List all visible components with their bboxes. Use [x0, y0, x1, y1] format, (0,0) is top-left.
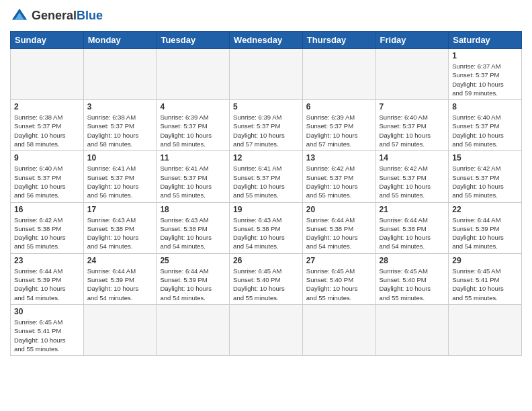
- day-number: 18: [160, 205, 226, 214]
- day-number: 27: [306, 256, 372, 265]
- calendar-cell: 27Sunrise: 6:45 AM Sunset: 5:40 PM Dayli…: [302, 253, 375, 304]
- weekday-header-row: SundayMondayTuesdayWednesdayThursdayFrid…: [11, 32, 522, 49]
- calendar-cell: [157, 49, 230, 100]
- calendar-cell: 13Sunrise: 6:42 AM Sunset: 5:37 PM Dayli…: [302, 151, 375, 202]
- calendar-cell: [230, 304, 303, 355]
- weekday-header-monday: Monday: [83, 32, 157, 49]
- calendar-cell: 16Sunrise: 6:42 AM Sunset: 5:38 PM Dayli…: [11, 202, 84, 253]
- week-row-4: 16Sunrise: 6:42 AM Sunset: 5:38 PM Dayli…: [11, 202, 522, 253]
- calendar-cell: [302, 304, 375, 355]
- day-info: Sunrise: 6:39 AM Sunset: 5:37 PM Dayligh…: [233, 113, 299, 148]
- day-number: 10: [87, 153, 153, 163]
- calendar-cell: 1Sunrise: 6:37 AM Sunset: 5:37 PM Daylig…: [449, 49, 522, 100]
- day-number: 13: [306, 153, 372, 163]
- calendar-cell: 14Sunrise: 6:42 AM Sunset: 5:37 PM Dayli…: [375, 151, 449, 202]
- logo: GeneralBlue: [10, 7, 103, 26]
- calendar-cell: 2Sunrise: 6:38 AM Sunset: 5:37 PM Daylig…: [11, 100, 84, 151]
- day-number: 19: [233, 205, 299, 214]
- day-number: 17: [87, 205, 153, 214]
- week-row-3: 9Sunrise: 6:40 AM Sunset: 5:37 PM Daylig…: [11, 151, 522, 202]
- day-number: 6: [306, 102, 372, 111]
- day-info: Sunrise: 6:41 AM Sunset: 5:37 PM Dayligh…: [233, 164, 299, 199]
- calendar-cell: 29Sunrise: 6:45 AM Sunset: 5:41 PM Dayli…: [449, 253, 522, 304]
- calendar-cell: 20Sunrise: 6:44 AM Sunset: 5:38 PM Dayli…: [302, 202, 375, 253]
- weekday-header-friday: Friday: [375, 32, 449, 49]
- calendar-cell: 4Sunrise: 6:39 AM Sunset: 5:37 PM Daylig…: [157, 100, 230, 151]
- day-info: Sunrise: 6:41 AM Sunset: 5:37 PM Dayligh…: [160, 164, 226, 199]
- calendar-cell: 30Sunrise: 6:45 AM Sunset: 5:41 PM Dayli…: [11, 304, 84, 355]
- day-info: Sunrise: 6:44 AM Sunset: 5:38 PM Dayligh…: [306, 216, 372, 251]
- logo-blue: Blue: [77, 9, 103, 22]
- calendar-cell: 19Sunrise: 6:43 AM Sunset: 5:38 PM Dayli…: [230, 202, 303, 253]
- calendar-cell: 24Sunrise: 6:44 AM Sunset: 5:39 PM Dayli…: [83, 253, 157, 304]
- day-number: 4: [160, 102, 226, 111]
- calendar-cell: [230, 49, 303, 100]
- calendar-cell: 25Sunrise: 6:44 AM Sunset: 5:39 PM Dayli…: [157, 253, 230, 304]
- week-row-6: 30Sunrise: 6:45 AM Sunset: 5:41 PM Dayli…: [11, 304, 522, 355]
- logo-icon: [10, 7, 29, 26]
- day-number: 24: [87, 256, 153, 265]
- calendar-cell: 18Sunrise: 6:43 AM Sunset: 5:38 PM Dayli…: [157, 202, 230, 253]
- week-row-5: 23Sunrise: 6:44 AM Sunset: 5:39 PM Dayli…: [11, 253, 522, 304]
- day-number: 1: [452, 51, 518, 60]
- day-info: Sunrise: 6:44 AM Sunset: 5:39 PM Dayligh…: [160, 267, 226, 302]
- day-number: 11: [160, 153, 226, 163]
- calendar-cell: 6Sunrise: 6:39 AM Sunset: 5:37 PM Daylig…: [302, 100, 375, 151]
- calendar-cell: 23Sunrise: 6:44 AM Sunset: 5:39 PM Dayli…: [11, 253, 84, 304]
- day-number: 15: [452, 153, 518, 163]
- week-row-2: 2Sunrise: 6:38 AM Sunset: 5:37 PM Daylig…: [11, 100, 522, 151]
- weekday-header-thursday: Thursday: [302, 32, 375, 49]
- day-number: 16: [14, 205, 80, 214]
- day-number: 30: [14, 307, 80, 316]
- day-number: 2: [14, 102, 80, 111]
- weekday-header-wednesday: Wednesday: [230, 32, 303, 49]
- day-info: Sunrise: 6:44 AM Sunset: 5:39 PM Dayligh…: [87, 267, 153, 302]
- day-info: Sunrise: 6:42 AM Sunset: 5:38 PM Dayligh…: [14, 216, 80, 251]
- day-info: Sunrise: 6:45 AM Sunset: 5:40 PM Dayligh…: [306, 267, 372, 302]
- day-info: Sunrise: 6:45 AM Sunset: 5:40 PM Dayligh…: [233, 267, 299, 302]
- logo-general: General: [32, 9, 77, 22]
- calendar-cell: [11, 49, 84, 100]
- day-info: Sunrise: 6:43 AM Sunset: 5:38 PM Dayligh…: [233, 216, 299, 251]
- day-info: Sunrise: 6:40 AM Sunset: 5:37 PM Dayligh…: [14, 164, 80, 199]
- week-row-1: 1Sunrise: 6:37 AM Sunset: 5:37 PM Daylig…: [11, 49, 522, 100]
- day-info: Sunrise: 6:43 AM Sunset: 5:38 PM Dayligh…: [160, 216, 226, 251]
- calendar-cell: [83, 49, 157, 100]
- day-info: Sunrise: 6:37 AM Sunset: 5:37 PM Dayligh…: [452, 62, 518, 97]
- calendar-cell: [449, 304, 522, 355]
- calendar-cell: [302, 49, 375, 100]
- day-number: 20: [306, 205, 372, 214]
- day-info: Sunrise: 6:40 AM Sunset: 5:37 PM Dayligh…: [380, 113, 445, 148]
- day-number: 25: [160, 256, 226, 265]
- weekday-header-tuesday: Tuesday: [157, 32, 230, 49]
- day-info: Sunrise: 6:40 AM Sunset: 5:37 PM Dayligh…: [452, 113, 518, 148]
- day-info: Sunrise: 6:45 AM Sunset: 5:41 PM Dayligh…: [452, 267, 518, 302]
- day-info: Sunrise: 6:44 AM Sunset: 5:39 PM Dayligh…: [14, 267, 80, 302]
- day-info: Sunrise: 6:42 AM Sunset: 5:37 PM Dayligh…: [380, 164, 445, 199]
- day-info: Sunrise: 6:41 AM Sunset: 5:37 PM Dayligh…: [87, 164, 153, 199]
- day-number: 28: [380, 256, 445, 265]
- day-info: Sunrise: 6:39 AM Sunset: 5:37 PM Dayligh…: [306, 113, 372, 148]
- calendar-cell: 7Sunrise: 6:40 AM Sunset: 5:37 PM Daylig…: [375, 100, 449, 151]
- calendar-cell: 12Sunrise: 6:41 AM Sunset: 5:37 PM Dayli…: [230, 151, 303, 202]
- day-number: 8: [452, 102, 518, 111]
- day-number: 22: [452, 205, 518, 214]
- calendar-cell: [375, 304, 449, 355]
- day-number: 26: [233, 256, 299, 265]
- calendar-cell: 5Sunrise: 6:39 AM Sunset: 5:37 PM Daylig…: [230, 100, 303, 151]
- calendar-cell: 10Sunrise: 6:41 AM Sunset: 5:37 PM Dayli…: [83, 151, 157, 202]
- day-info: Sunrise: 6:45 AM Sunset: 5:40 PM Dayligh…: [380, 267, 445, 302]
- day-number: 29: [452, 256, 518, 265]
- calendar-cell: [83, 304, 157, 355]
- day-info: Sunrise: 6:38 AM Sunset: 5:37 PM Dayligh…: [87, 113, 153, 148]
- calendar-cell: [157, 304, 230, 355]
- calendar-cell: 3Sunrise: 6:38 AM Sunset: 5:37 PM Daylig…: [83, 100, 157, 151]
- day-info: Sunrise: 6:39 AM Sunset: 5:37 PM Dayligh…: [160, 113, 226, 148]
- day-number: 3: [87, 102, 153, 111]
- calendar-cell: 21Sunrise: 6:44 AM Sunset: 5:38 PM Dayli…: [375, 202, 449, 253]
- day-number: 5: [233, 102, 299, 111]
- day-number: 12: [233, 153, 299, 163]
- day-number: 23: [14, 256, 80, 265]
- calendar-cell: 28Sunrise: 6:45 AM Sunset: 5:40 PM Dayli…: [375, 253, 449, 304]
- page-header: GeneralBlue: [10, 7, 522, 26]
